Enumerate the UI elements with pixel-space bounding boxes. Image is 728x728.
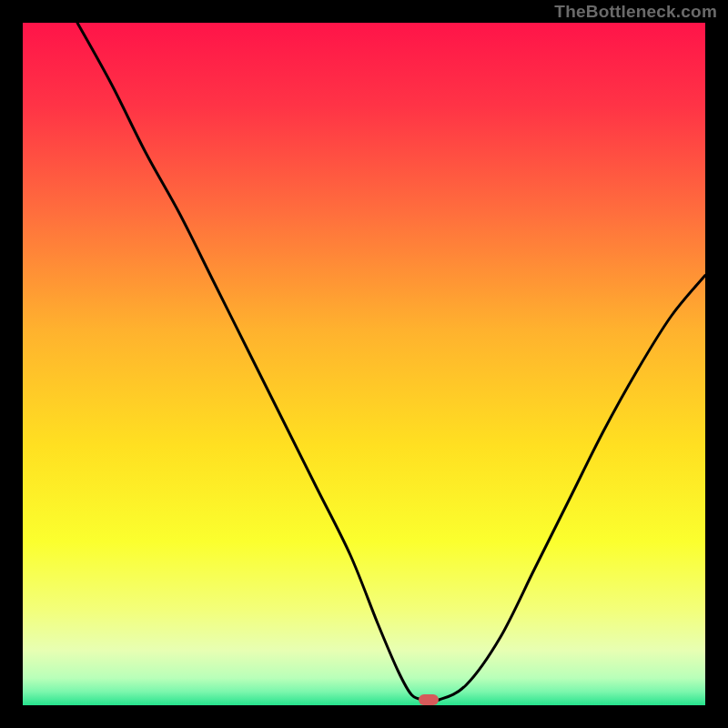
- plot-area: [23, 23, 705, 705]
- bottleneck-curve: [23, 23, 705, 705]
- watermark-text: TheBottleneck.com: [554, 2, 717, 22]
- optimal-marker: [419, 694, 439, 705]
- chart-frame: TheBottleneck.com: [0, 0, 728, 728]
